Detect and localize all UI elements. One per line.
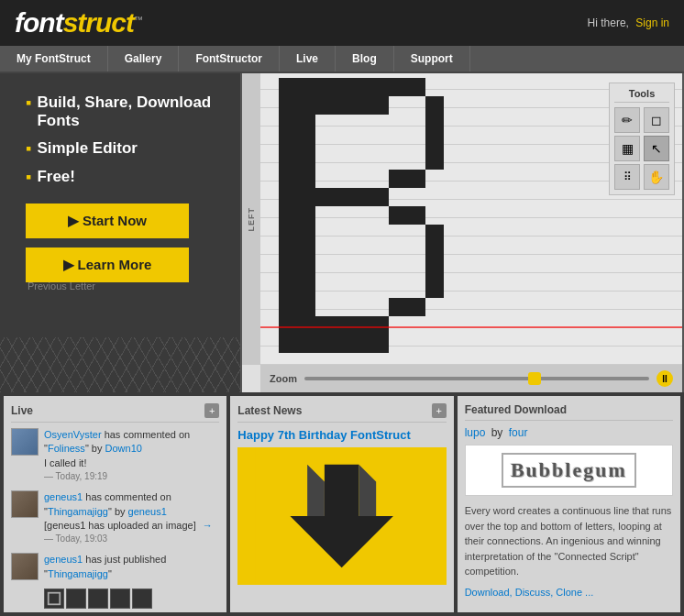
- bullet-1: ▪: [26, 94, 31, 113]
- svg-rect-10: [315, 316, 389, 353]
- live-quote-user-1-link[interactable]: Down10: [105, 443, 142, 454]
- svg-rect-2: [389, 78, 425, 96]
- news-image: [237, 447, 446, 585]
- nav-item-gallery[interactable]: Gallery: [108, 46, 180, 72]
- live-panel-header: Live +: [11, 403, 219, 423]
- bullet-2: ▪: [26, 139, 31, 159]
- live-comment-2: [geneus1 has uploaded an image] →: [44, 519, 219, 533]
- featured-panel-title: Featured Download: [465, 403, 567, 416]
- live-quote-3-link[interactable]: Thingamajigg: [48, 568, 108, 579]
- live-text-1: OsyenVyster has commented on "Foliness" …: [44, 428, 219, 483]
- live-text-3: geneus1 has just published "Thingamajigg…: [44, 553, 219, 609]
- avatar-3: [11, 553, 39, 580]
- avatar-2: [11, 490, 39, 518]
- pencil-tool[interactable]: ✏: [614, 107, 640, 133]
- learn-arrow: ▶: [63, 257, 74, 272]
- live-user-3-link[interactable]: geneus1: [44, 554, 83, 565]
- nav: My FontStruct Gallery FontStructor Live …: [0, 46, 684, 73]
- header-greeting: Hi there, Sign in: [588, 16, 669, 29]
- live-entry-3: geneus1 has just published "Thingamajigg…: [11, 553, 219, 609]
- learn-more-button[interactable]: ▶Learn More: [26, 248, 189, 282]
- upper-section: ▪ Build, Share, Download Fonts ▪ Simple …: [0, 73, 684, 392]
- letter-b-svg: [279, 78, 462, 353]
- content-area: ▪ Build, Share, Download Fonts ▪ Simple …: [0, 73, 684, 616]
- zoom-value-badge: II: [656, 370, 673, 387]
- tools-label: Tools: [614, 88, 669, 103]
- live-time-1: — Today, 19:19: [44, 470, 219, 483]
- bullet-3: ▪: [26, 168, 31, 187]
- prev-letter-overlay: Previous Letter: [28, 280, 95, 292]
- logo-text: fontstruct™: [15, 7, 142, 38]
- svg-rect-1: [315, 78, 389, 115]
- live-panel-title: Live: [11, 404, 33, 417]
- svg-rect-6: [315, 188, 389, 206]
- font-preview-tiles: [44, 588, 219, 609]
- hero-panel: ▪ Build, Share, Download Fonts ▪ Simple …: [0, 73, 240, 392]
- live-quote-user-2-link[interactable]: geneus1: [128, 506, 167, 517]
- featured-panel: Featured Download lupo by four Bubblegum…: [458, 396, 680, 612]
- logo-tm: ™: [134, 15, 142, 25]
- featured-byline: lupo by four: [465, 426, 673, 439]
- live-panel: Live + OsyenVyster has commented on "Fol…: [4, 396, 226, 612]
- feature-3: ▪ Free!: [26, 168, 222, 187]
- left-label-text: LEFT: [247, 207, 256, 232]
- featured-links-link[interactable]: Download, Discuss, Clone ...: [465, 587, 594, 598]
- live-user-2-link[interactable]: geneus1: [44, 491, 83, 502]
- svg-rect-4: [425, 115, 444, 170]
- svg-rect-12: [50, 594, 60, 604]
- live-time-2: — Today, 19:03: [44, 533, 219, 545]
- zoom-slider-thumb[interactable]: [528, 372, 541, 385]
- news-graphic-svg: [237, 447, 446, 585]
- live-add-button[interactable]: +: [204, 403, 219, 418]
- live-user-1-link[interactable]: OsyenVyster: [44, 429, 102, 440]
- bubblegum-text: Bubblegum: [502, 453, 636, 488]
- featured-links: Download, Discuss, Clone ...: [465, 585, 673, 599]
- avatar-1: [11, 428, 39, 456]
- baseline-marker: [260, 326, 682, 328]
- live-quote-1-link[interactable]: Foliness: [48, 443, 85, 454]
- news-panel-title: Latest News: [237, 404, 302, 417]
- live-entry-2: geneus1 has commented on "Thingamajigg" …: [11, 490, 219, 545]
- news-add-button[interactable]: +: [432, 403, 447, 418]
- live-text-2: geneus1 has commented on "Thingamajigg" …: [44, 490, 219, 545]
- logo-struct-part: struct: [63, 7, 134, 38]
- featured-description: Every word creates a continuous line tha…: [465, 503, 673, 579]
- svg-rect-8: [425, 225, 444, 298]
- nav-item-myfont[interactable]: My FontStruct: [0, 46, 108, 72]
- eraser-tool[interactable]: ◻: [644, 107, 669, 133]
- editor-area: LEFT: [240, 73, 684, 392]
- featured-panel-header: Featured Download: [465, 403, 673, 421]
- zoom-slider-track[interactable]: [304, 377, 649, 380]
- featured-author-link[interactable]: four: [509, 426, 528, 439]
- dots-tool[interactable]: ⠿: [614, 164, 640, 190]
- nav-item-blog[interactable]: Blog: [336, 46, 394, 72]
- logo-font-part: font: [15, 7, 63, 38]
- left-label: LEFT: [242, 73, 260, 365]
- zoom-label: Zoom: [270, 373, 297, 384]
- tools-panel: Tools ✏ ◻ ▦ ↖ ⠿ ✋: [609, 82, 675, 195]
- grid-tool[interactable]: ▦: [614, 136, 640, 161]
- header: fontstruct™ Hi there, Sign in: [0, 0, 684, 46]
- tools-grid: ✏ ◻ ▦ ↖ ⠿ ✋: [614, 107, 669, 190]
- live-entry-1: OsyenVyster has commented on "Foliness" …: [11, 428, 219, 483]
- cursor-tool[interactable]: ↖: [644, 136, 669, 161]
- start-now-button[interactable]: ▶Start Now: [26, 204, 189, 238]
- svg-rect-5: [389, 170, 425, 188]
- zoom-bar: Zoom II: [260, 365, 682, 392]
- nav-item-support[interactable]: Support: [394, 46, 470, 72]
- nav-item-fontstructor[interactable]: FontStructor: [179, 46, 280, 72]
- live-quote-2-link[interactable]: Thingamajigg: [48, 506, 108, 517]
- nav-item-live[interactable]: Live: [280, 46, 336, 72]
- featured-font-display: Bubblegum: [465, 445, 673, 496]
- svg-rect-7: [389, 206, 425, 225]
- logo: fontstruct™: [15, 7, 142, 38]
- feature-1: ▪ Build, Share, Download Fonts: [26, 94, 222, 130]
- svg-rect-9: [389, 298, 425, 316]
- live-img-link[interactable]: →: [203, 520, 213, 531]
- signin-link[interactable]: Sign in: [635, 16, 669, 29]
- featured-font-link[interactable]: lupo: [465, 426, 486, 439]
- feature-2: ▪ Simple Editor: [26, 139, 222, 159]
- news-article-link[interactable]: Happy 7th Birthday FontStruct: [237, 428, 446, 442]
- hex-bg-pattern: [0, 337, 240, 392]
- hand-tool[interactable]: ✋: [644, 164, 669, 190]
